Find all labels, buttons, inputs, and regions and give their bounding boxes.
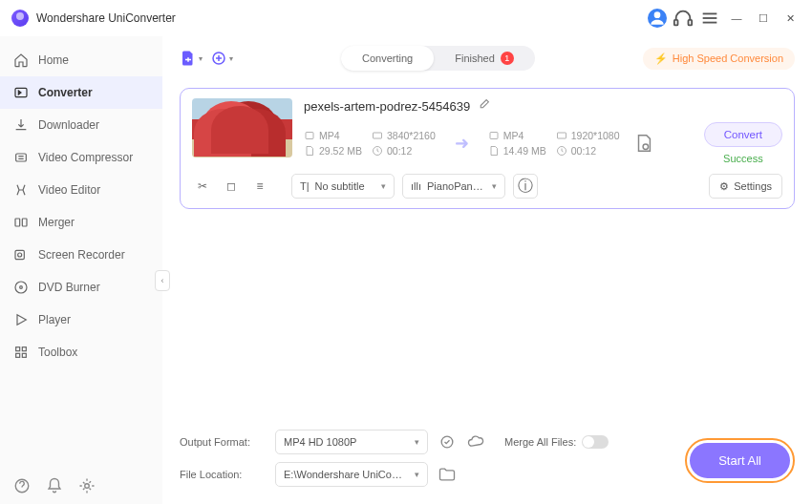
- svg-rect-25: [490, 133, 498, 139]
- tab-converting[interactable]: Converting: [341, 46, 434, 71]
- format-icon: [488, 130, 500, 141]
- app-title: Wondershare UniConverter: [36, 11, 176, 25]
- headset-icon[interactable]: [673, 8, 694, 29]
- merger-icon: [13, 215, 29, 230]
- open-folder-icon[interactable]: [438, 465, 457, 484]
- gear-icon: ⚙: [719, 180, 729, 193]
- bolt-icon: ⚡: [654, 52, 668, 65]
- minimize-button[interactable]: —: [726, 8, 747, 29]
- recorder-icon: [13, 247, 29, 262]
- preset-icon[interactable]: [633, 133, 654, 154]
- svg-rect-7: [16, 154, 27, 161]
- svg-rect-1: [674, 20, 678, 26]
- gpu-icon[interactable]: [438, 432, 457, 452]
- sidebar-item-compressor[interactable]: Video Compressor: [0, 141, 162, 174]
- sidebar-item-label: DVD Burner: [38, 281, 100, 294]
- merge-toggle[interactable]: [582, 435, 609, 449]
- subtitle-dropdown[interactable]: T|No subtitle▾: [291, 174, 395, 199]
- sidebar-item-editor[interactable]: Video Editor: [0, 174, 162, 206]
- dst-format: MP4: [503, 130, 524, 141]
- chevron-down-icon: ▾: [381, 181, 386, 191]
- cut-icon[interactable]: ✂: [192, 176, 213, 197]
- maximize-button[interactable]: ☐: [753, 8, 774, 29]
- close-button[interactable]: ✕: [780, 8, 801, 29]
- edit-name-icon[interactable]: [478, 98, 490, 114]
- sidebar-item-home[interactable]: Home: [0, 44, 162, 76]
- output-format-label: Output Format:: [180, 436, 266, 448]
- file-icon: [304, 145, 315, 157]
- audio-icon: ıllı: [411, 180, 421, 192]
- video-thumbnail[interactable]: [192, 98, 292, 158]
- dst-resolution: 1920*1080: [571, 130, 620, 141]
- titlebar: Wondershare UniConverter — ☐ ✕: [0, 0, 812, 36]
- chevron-down-icon: ▾: [492, 181, 497, 191]
- resolution-icon: [556, 130, 567, 141]
- menu-icon[interactable]: [699, 8, 720, 29]
- svg-rect-10: [15, 250, 24, 259]
- collapse-sidebar-button[interactable]: ‹: [155, 270, 170, 291]
- start-all-highlight: Start All: [685, 438, 795, 483]
- sidebar-item-merger[interactable]: Merger: [0, 206, 162, 239]
- output-format-dropdown[interactable]: MP4 HD 1080P▾: [275, 430, 428, 454]
- subtitle-icon: T|: [300, 180, 310, 192]
- clock-icon: [372, 145, 383, 157]
- convert-button[interactable]: Convert: [704, 122, 782, 147]
- settings-button[interactable]: ⚙Settings: [709, 174, 782, 199]
- notification-icon[interactable]: [46, 477, 63, 494]
- clock-icon: [556, 145, 567, 157]
- settings-icon[interactable]: [78, 477, 96, 494]
- sidebar-item-label: Home: [38, 53, 69, 67]
- merge-label: Merge All Files:: [504, 436, 576, 448]
- file-name-row: pexels-artem-podrez-5454639: [304, 98, 782, 114]
- sidebar-item-converter[interactable]: Converter: [0, 76, 162, 109]
- sidebar-item-downloader[interactable]: Downloader: [0, 109, 162, 141]
- user-icon[interactable]: [648, 9, 667, 28]
- more-icon[interactable]: ≡: [249, 176, 270, 197]
- svg-point-20: [85, 484, 90, 489]
- audio-dropdown[interactable]: ıllıPianoPanda - ...▾: [402, 174, 505, 199]
- content: ▾ ▾ Converting Finished1 ⚡High Speed Con…: [162, 36, 812, 504]
- converter-icon: [13, 85, 29, 100]
- sidebar-item-label: Converter: [38, 86, 93, 99]
- sidebar-item-recorder[interactable]: Screen Recorder: [0, 239, 162, 271]
- crop-icon[interactable]: ◻: [221, 176, 242, 197]
- svg-point-13: [20, 286, 23, 289]
- high-speed-button[interactable]: ⚡High Speed Conversion: [643, 48, 795, 70]
- start-all-button[interactable]: Start All: [690, 443, 790, 478]
- add-url-button[interactable]: ▾: [210, 47, 233, 70]
- dvd-icon: [13, 280, 29, 295]
- resolution-icon: [372, 130, 383, 141]
- help-icon[interactable]: [13, 477, 31, 494]
- dst-size: 14.49 MB: [503, 145, 546, 157]
- tab-finished[interactable]: Finished1: [434, 46, 535, 71]
- src-size: 29.52 MB: [319, 145, 362, 157]
- svg-rect-23: [373, 133, 381, 138]
- status-label: Success: [723, 153, 763, 164]
- chevron-down-icon: ▾: [415, 470, 419, 479]
- toolbox-icon: [13, 345, 29, 360]
- finished-count-badge: 1: [501, 52, 514, 65]
- src-duration: 00:12: [387, 145, 412, 157]
- add-file-button[interactable]: ▾: [180, 47, 203, 70]
- svg-rect-8: [15, 219, 20, 226]
- svg-rect-16: [22, 347, 26, 351]
- sidebar-item-dvd[interactable]: DVD Burner: [0, 271, 162, 304]
- cloud-icon[interactable]: [466, 432, 485, 452]
- svg-rect-22: [306, 133, 313, 139]
- svg-point-28: [643, 144, 649, 150]
- sidebar-item-player[interactable]: Player: [0, 304, 162, 336]
- dst-duration: 00:12: [571, 145, 596, 157]
- file-card: pexels-artem-podrez-5454639 MP4 29.52 MB…: [180, 88, 795, 209]
- file-location-label: File Location:: [180, 469, 266, 480]
- tab-segment: Converting Finished1: [341, 46, 535, 71]
- sidebar-item-label: Screen Recorder: [38, 248, 125, 262]
- sidebar: Home Converter Downloader Video Compress…: [0, 36, 162, 504]
- file-name: pexels-artem-podrez-5454639: [304, 99, 470, 114]
- sidebar-item-toolbox[interactable]: Toolbox: [0, 336, 162, 368]
- src-format: MP4: [319, 130, 340, 141]
- compressor-icon: [13, 150, 29, 165]
- chevron-down-icon: ▾: [199, 54, 203, 63]
- player-icon: [13, 312, 29, 327]
- info-button[interactable]: ⓘ: [513, 174, 538, 199]
- file-location-dropdown[interactable]: E:\Wondershare UniConverter▾: [275, 462, 428, 487]
